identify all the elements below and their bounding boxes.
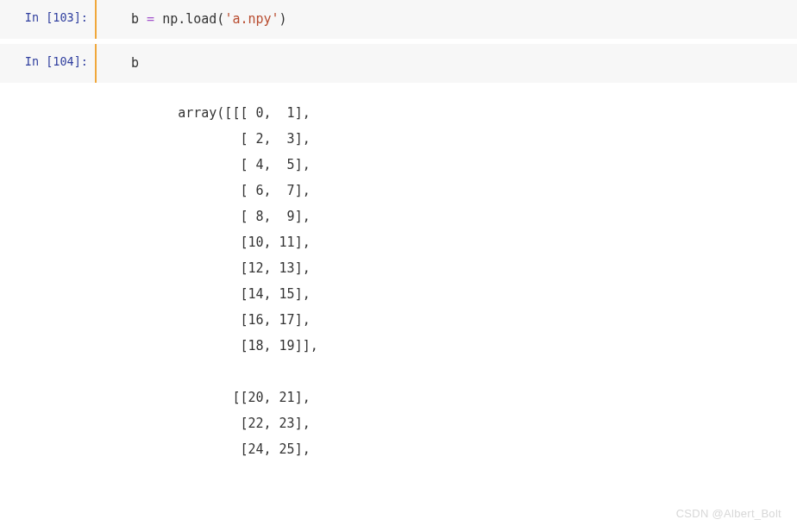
notebook-output-104: array([[[ 0, 1], [ 2, 3], [ 4, 5], [ 6, … [0,83,797,473]
code-call: np.load( [162,11,224,27]
input-prompt: In [104]: [0,44,95,83]
code-var: b [131,11,139,27]
output-text: array([[[ 0, 1], [ 2, 3], [ 4, 5], [ 6, … [97,83,797,473]
code-close-paren: ) [279,11,287,27]
code-input[interactable]: b = np.load('a.npy') [97,0,797,39]
code-string-arg: 'a.npy' [224,11,279,27]
notebook-cell-103[interactable]: In [103]: b = np.load('a.npy') [0,0,797,39]
watermark-text: CSDN @Albert_Bolt [676,507,781,520]
notebook-cell-104[interactable]: In [104]: b [0,44,797,83]
input-prompt: In [103]: [0,0,95,39]
code-assign-op: = [139,11,162,27]
code-expr: b [131,55,139,71]
code-input[interactable]: b [97,44,797,83]
output-prompt-spacer [0,83,97,473]
